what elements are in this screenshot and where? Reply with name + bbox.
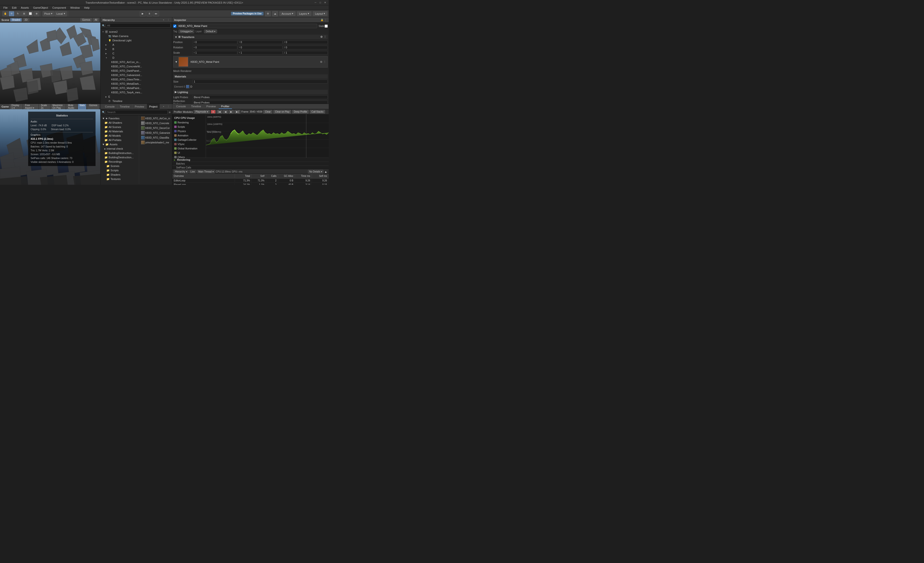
layers-button[interactable]: Layers ▾ (297, 11, 311, 16)
tag-dropdown[interactable]: Untagged ▾ (178, 30, 194, 33)
file-decor[interactable]: KB3D_NTO_DecorCor (140, 126, 171, 130)
scale-y-field[interactable]: Y1 (238, 51, 282, 55)
table-row[interactable]: EditorLoop 71.3% 71.3% 2 0 B 9.26 9.26 (172, 178, 329, 183)
rot-z-field[interactable]: Z0 (283, 46, 328, 49)
tab-console[interactable]: Console (102, 104, 117, 109)
gizmos-button[interactable]: Gizmos (80, 18, 92, 22)
profiler-tab-profiler[interactable]: Profiler (219, 104, 232, 109)
folder-shaders[interactable]: 📁 All Shaders (100, 121, 139, 125)
folder-scenes[interactable]: 📁 All Scenes (100, 125, 139, 129)
menu-edit[interactable]: Edit (10, 6, 18, 10)
folder-materials[interactable]: 📁 All Materials (100, 129, 139, 133)
tab-timeline[interactable]: Timeline (117, 104, 132, 109)
thread-dropdown[interactable]: Main Thread ▾ (197, 170, 215, 174)
folder-building-b[interactable]: 📁 BuildingDestruction... (100, 155, 139, 160)
pause-button[interactable]: ⏸ (147, 11, 152, 16)
table-row[interactable]: PlayerLoop 24.1% 1.1% 2 40 B 3.14 0.15 (172, 183, 329, 185)
file-galvanize[interactable]: KB3D_NTO_Galvanize (140, 131, 171, 135)
mesh-renderer-settings-icon[interactable]: ⚙ (320, 60, 322, 63)
scale-tool[interactable]: ⊞ (21, 11, 27, 16)
settings-icon[interactable]: ⚙ (265, 11, 271, 16)
menu-window[interactable]: Window (68, 6, 82, 10)
layout-button[interactable]: Layout ▾ (313, 11, 327, 16)
scale-z-field[interactable]: Z1 (283, 51, 328, 55)
maximize-on-play-button[interactable]: Maximize On Play (51, 104, 66, 110)
tab-project[interactable]: Project (147, 104, 160, 109)
tree-item-c[interactable]: ▶ C (100, 51, 172, 55)
menu-component[interactable]: Component (50, 6, 68, 10)
shaded-button[interactable]: Shaded (10, 18, 22, 22)
folder-assets[interactable]: ▼ 📁 Assets (100, 142, 139, 147)
tree-item-e[interactable]: ▶ E (100, 94, 172, 99)
module-ui[interactable]: UI (173, 151, 205, 155)
tree-item-kb3d-aircon[interactable]: KB3D_NTO_AirCon_m... (100, 60, 172, 64)
mesh-renderer-options-icon[interactable]: ⋮ (323, 60, 326, 63)
clear-on-play-button[interactable]: Clear on Play (273, 110, 291, 114)
pivot-dropdown[interactable]: Pivot ▾ (43, 11, 54, 16)
folder-recordings[interactable]: 📁 Recordings (100, 160, 139, 164)
file-concrete[interactable]: KB3D_NTO_Concrete (140, 121, 171, 125)
tree-item-dir-light[interactable]: 💡 Directional Light (100, 38, 172, 43)
stats-button[interactable]: Stats (78, 104, 87, 110)
tree-item-kb3d-galv[interactable]: KB3D_NTO_Galvanized... (100, 73, 172, 77)
tree-item-scene2[interactable]: ▼ 🎬 scene2 (100, 30, 172, 34)
pos-y-field[interactable]: Y0 (238, 40, 282, 44)
folder-textures[interactable]: 📁 Textures (100, 177, 139, 181)
hierarchy-search-input[interactable] (106, 23, 171, 28)
file-principal[interactable]: principledshader1_me (140, 140, 171, 145)
light-probes-value[interactable]: Blend Probes (192, 95, 328, 99)
combo-tool[interactable]: ⊕ (34, 11, 39, 16)
playmode-dropdown[interactable]: Playmode ▾ (194, 110, 210, 114)
file-glassbla[interactable]: KB3D_NTO_GlassBla (140, 135, 171, 140)
tree-item-kb3d-metal-paint[interactable]: KB3D_NTO_MetalPaint... (100, 86, 172, 90)
rect-tool[interactable]: ⬜ (27, 11, 33, 16)
scale-control[interactable]: Scale 2x (39, 104, 50, 110)
menu-assets[interactable]: Assets (19, 6, 31, 10)
profiler-tab-timeline[interactable]: Timeline (189, 104, 203, 109)
next-frame-button[interactable]: ▶| (234, 110, 240, 114)
hierarchy-menu-button[interactable]: ⋮ (166, 18, 170, 22)
live-toggle[interactable]: Live (189, 170, 196, 174)
hand-tool[interactable]: ✋ (2, 11, 8, 16)
module-gi[interactable]: Global Illumination (173, 146, 205, 151)
transform-menu-icon[interactable]: ⚙ (320, 35, 322, 39)
module-vsync[interactable]: VSync (173, 142, 205, 146)
game-gizmos-button[interactable]: Gizmos (87, 104, 99, 110)
folder-models[interactable]: 📁 All Models (100, 133, 139, 138)
reflection-value[interactable]: Blend Probes (192, 100, 328, 104)
no-details-dropdown[interactable]: No Details ▾ (308, 170, 323, 174)
prev-frame-button[interactable]: |◀ (217, 110, 223, 114)
pos-z-field[interactable]: Z0 (283, 40, 328, 44)
play-button[interactable]: ▶ (140, 11, 146, 16)
inspector-menu-button[interactable]: ⋮ (324, 18, 327, 21)
static-checkbox[interactable] (325, 24, 328, 28)
tree-item-kb3d-concrete[interactable]: KB3D_NTO_ConcreteW... (100, 64, 172, 69)
pos-x-field[interactable]: X0 (192, 40, 237, 44)
project-add-button[interactable]: + (162, 105, 165, 108)
rot-y-field[interactable]: Y0 (238, 46, 282, 49)
menu-gameobject[interactable]: GameObject (31, 6, 50, 10)
step-button[interactable]: ⏭ (153, 11, 159, 16)
hierarchy-add-button[interactable]: + (162, 18, 165, 22)
folder-internal-check[interactable]: ▸ internal check (100, 147, 139, 151)
cloud-icon[interactable]: ☁ (272, 11, 278, 16)
folder-prefabs[interactable]: 📁 All Prefabs (100, 138, 139, 142)
project-menu-button[interactable]: ⋮ (166, 105, 170, 108)
aspect-dropdown[interactable]: Free Aspect ▾ (23, 104, 38, 110)
lock-icon[interactable]: 🔒 (321, 18, 323, 21)
active-toggle[interactable] (173, 24, 176, 28)
folder-favorites[interactable]: ▼ ★ Favorites (100, 116, 139, 121)
deep-profile-button[interactable]: Deep Profile (292, 110, 309, 114)
module-gc[interactable]: GarbageCollector (173, 138, 205, 142)
display-dropdown[interactable]: Display 1 ▾ (10, 104, 22, 110)
call-stacks-button[interactable]: Call Stacks (310, 110, 325, 114)
object-name-field[interactable] (177, 24, 317, 28)
profiler-tab-console[interactable]: Console (174, 104, 188, 109)
module-animation[interactable]: Animation (173, 133, 205, 138)
mute-audio-button[interactable]: Mute Audio (66, 104, 77, 110)
game-canvas[interactable]: Statistics Audio: Level: -74.8 dB DSP lo… (0, 109, 100, 185)
record-button[interactable]: ● (211, 110, 216, 114)
menu-file[interactable]: File (2, 6, 10, 10)
tab-preview[interactable]: Preview (132, 104, 147, 109)
tree-item-kb3d-metal-dark[interactable]: KB3D_NTO_MetalDark... (100, 82, 172, 86)
